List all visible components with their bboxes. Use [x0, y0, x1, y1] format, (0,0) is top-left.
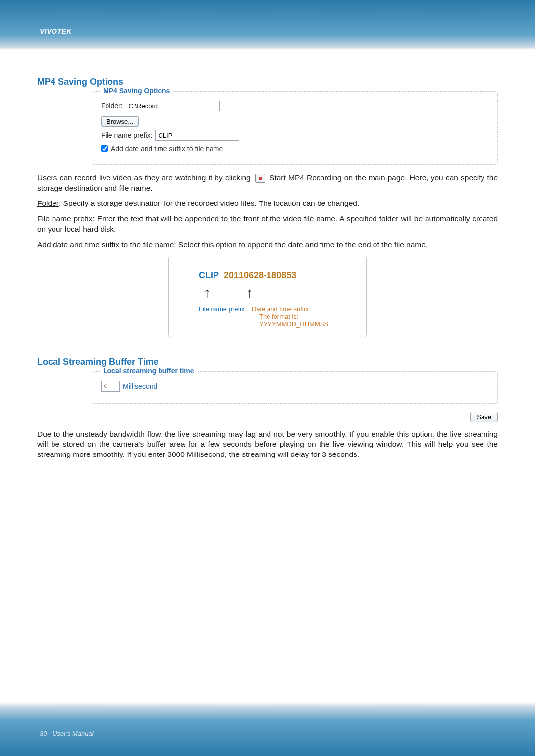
prefix-label: File name prefix:: [101, 131, 152, 139]
paragraph-5: Due to the unsteady bandwidth flow, the …: [37, 429, 498, 460]
paragraph-3: File name prefix: Enter the text that wi…: [37, 214, 498, 235]
diagram-label-format: The format is: YYYYMMDD_HHMMSS: [199, 313, 351, 328]
paragraph-1: Users can record live video as they are …: [37, 173, 498, 194]
folder-row: Folder:: [101, 101, 488, 111]
page-content: MP4 Saving Options MP4 Saving Options Fo…: [0, 50, 535, 460]
diagram-underscore: _: [219, 270, 224, 280]
p3-underline: File name prefix: [37, 214, 92, 223]
save-button[interactable]: Save: [470, 412, 498, 422]
p4-underline: Add date and time suffix to the file nam…: [37, 240, 174, 249]
prefix-row: File name prefix:: [101, 130, 488, 141]
diagram-suffix: 20110628-180853: [224, 270, 296, 280]
suffix-checkbox-label: Add date and time suffix to file name: [111, 145, 223, 152]
mp4-legend: MP4 Saving Options: [100, 87, 173, 95]
filename-diagram: CLIP_20110628-180853 ↑ ↑ File name prefi…: [168, 256, 367, 337]
suffix-checkbox-row: Add date and time suffix to file name: [101, 145, 488, 152]
diagram-labels: File name prefix Date and time suffix Th…: [199, 305, 351, 328]
record-icon: [255, 174, 265, 183]
buffer-row: Millisecond: [101, 381, 488, 392]
buffer-section-title: Local Streaming Buffer Time: [37, 357, 498, 367]
diagram-label-prefix: File name prefix: [199, 305, 244, 313]
mp4-section-title: MP4 Saving Options: [37, 77, 498, 87]
paragraph-4: Add date and time suffix to the file nam…: [37, 240, 498, 250]
p2-underline: Folder: [37, 199, 59, 207]
suffix-checkbox[interactable]: [101, 145, 108, 152]
p2-text: : Specify a storage destination for the …: [59, 199, 359, 207]
browse-button[interactable]: Browse...: [101, 116, 139, 127]
paragraph-2: Folder: Specify a storage destination fo…: [37, 199, 498, 209]
buffer-fieldset: Local streaming buffer time Millisecond: [92, 371, 498, 404]
prefix-input[interactable]: [155, 130, 239, 141]
arrow-up-icon: ↑: [204, 286, 211, 300]
footer-label: 30 - User's Manual: [40, 730, 94, 737]
diagram-filename: CLIP_20110628-180853: [199, 270, 351, 281]
p3-text: : Enter the text that will be appended t…: [37, 214, 498, 233]
header-gradient: VIVOTEK: [0, 0, 535, 50]
buffer-legend: Local streaming buffer time: [100, 367, 197, 375]
footer-gradient: 30 - User's Manual: [0, 702, 535, 756]
diagram-arrows: ↑ ↑: [199, 286, 351, 300]
diagram-prefix: CLIP: [199, 270, 219, 280]
buffer-input[interactable]: [101, 381, 120, 392]
save-row: Save: [92, 412, 498, 422]
p4-text: : Select this option to append the date …: [174, 240, 428, 249]
buffer-unit: Millisecond: [123, 382, 157, 390]
diagram-label-suffix: Date and time suffix: [252, 305, 309, 313]
folder-label: Folder:: [101, 102, 123, 110]
mp4-fieldset: MP4 Saving Options Folder: Browse... Fil…: [92, 91, 498, 165]
p1a-text: Users can record live video as they are …: [37, 173, 251, 182]
arrow-up-icon: ↑: [246, 286, 253, 300]
folder-input[interactable]: [126, 101, 220, 111]
brand-label: VIVOTEK: [40, 27, 72, 35]
